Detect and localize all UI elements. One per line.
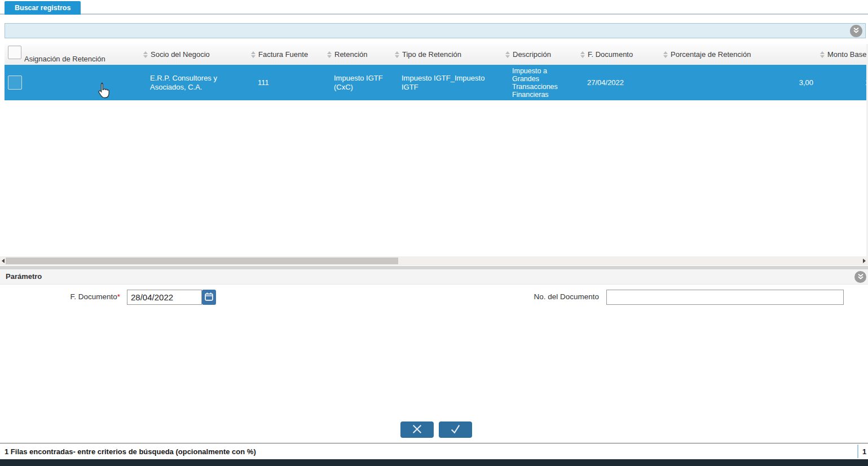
column-header-asignacion-retencion: Asignación de Retención — [5, 44, 140, 65]
cell-text: E.R.P. Consultores y Asociados, C.A. — [150, 74, 244, 92]
quick-filter-bar — [5, 23, 866, 38]
cancel-button[interactable] — [400, 421, 434, 438]
f-documento-input[interactable] — [127, 290, 202, 305]
required-asterisk: * — [117, 292, 120, 301]
column-header-porcentaje-de-retencion[interactable]: Porcentaje de Retención — [660, 44, 817, 65]
column-label: Retención — [334, 50, 368, 59]
no-del-documento-label: No. del Documento — [486, 292, 599, 301]
calendar-picker-button[interactable] — [202, 290, 216, 305]
cell-descripcion: Impuesto a Grandes Transacciones Financi… — [502, 65, 577, 100]
status-bar: 1 Filas encontradas- entre criterios de … — [0, 443, 868, 459]
column-label: Asignación de Retención — [24, 55, 105, 63]
cell-f-documento: 27/04/2022 — [577, 65, 660, 100]
select-all-checkbox[interactable] — [8, 46, 21, 59]
sort-icon — [327, 51, 332, 58]
cell-text: Impuesto a Grandes Transacciones Financi… — [512, 67, 574, 99]
column-header-tipo-de-retencion[interactable]: Tipo de Retención — [391, 44, 502, 65]
sort-icon — [395, 51, 399, 58]
cell-text: Impuesto IGTF_Impuesto IGTF — [402, 74, 499, 92]
scroll-left-arrow-icon[interactable] — [2, 259, 5, 263]
cell-retencion: Impuesto IGTF (CxC) — [324, 65, 391, 100]
cell-porcentaje-de-retencion: 3,00 — [660, 65, 817, 100]
cell-text: 27/04/2022 — [587, 78, 624, 87]
parametro-section-header: Parámetro — [0, 269, 868, 285]
cell-socio-del-negocio: E.R.P. Consultores y Asociados, C.A. — [140, 65, 248, 100]
scrollbar-thumb[interactable] — [6, 258, 398, 264]
label-text: No. del Documento — [534, 292, 599, 301]
column-label: F. Documento — [588, 50, 633, 59]
search-records-dialog: Buscar registros Asignación de Retención… — [0, 0, 868, 466]
f-documento-label: F. Documento* — [0, 292, 120, 301]
cell-text: 3,00 — [799, 78, 813, 87]
confirm-button[interactable] — [439, 421, 472, 438]
cell-factura-fuente: 111 — [248, 65, 324, 100]
status-separator — [857, 445, 858, 458]
collapse-parametro-button[interactable] — [854, 271, 866, 283]
column-label: Factura Fuente — [258, 50, 308, 59]
cell-monto-base: 1 — [817, 65, 866, 100]
calendar-icon — [204, 292, 214, 303]
column-header-factura-fuente[interactable]: Factura Fuente — [248, 44, 324, 65]
tab-bar: Buscar registros — [0, 0, 868, 15]
table-row-selected[interactable]: E.R.P. Consultores y Asociados, C.A. 111… — [5, 65, 866, 100]
collapse-filter-button[interactable] — [850, 25, 862, 37]
column-header-socio-del-negocio[interactable]: Socio del Negocio — [140, 44, 248, 65]
double-chevron-down-icon — [853, 26, 860, 36]
column-header-descripcion[interactable]: Descripción — [502, 44, 577, 65]
cell-text: Impuesto IGTF (CxC) — [334, 74, 388, 92]
checkmark-icon — [450, 423, 461, 437]
cell-asignacion-retencion — [5, 65, 140, 100]
column-label: Monto Base — [827, 50, 866, 59]
results-grid: Asignación de Retención Socio del Negoci… — [5, 44, 866, 256]
column-label: Tipo de Retención — [402, 50, 461, 59]
parametro-title: Parámetro — [6, 272, 42, 281]
sort-icon — [663, 51, 668, 58]
cell-text: 111 — [258, 78, 269, 87]
sort-icon — [251, 51, 255, 58]
column-header-f-documento[interactable]: F. Documento — [577, 44, 660, 65]
column-header-monto-base[interactable]: Monto Base — [817, 44, 866, 65]
sort-icon — [820, 51, 825, 58]
quick-filter-input[interactable] — [5, 24, 848, 38]
sort-icon — [143, 51, 148, 58]
column-label: Descripción — [513, 50, 551, 59]
horizontal-scrollbar[interactable] — [0, 256, 868, 265]
scroll-right-arrow-icon[interactable] — [863, 259, 866, 263]
label-text: F. Documento — [70, 292, 117, 301]
column-header-retencion[interactable]: Retención — [324, 44, 391, 65]
column-label: Socio del Negocio — [151, 50, 210, 59]
row-checkbox[interactable] — [8, 76, 22, 90]
no-del-documento-input[interactable] — [606, 290, 844, 305]
bottom-bar — [0, 459, 868, 466]
cell-tipo-de-retencion: Impuesto IGTF_Impuesto IGTF — [391, 65, 502, 100]
sort-icon — [580, 51, 585, 58]
double-chevron-down-icon — [857, 272, 864, 282]
close-x-icon — [411, 423, 423, 437]
grid-header-row: Asignación de Retención Socio del Negoci… — [5, 44, 866, 65]
page-indicator: 1 — [862, 447, 866, 456]
tab-buscar-registros[interactable]: Buscar registros — [5, 1, 81, 15]
status-message: 1 Filas encontradas- entre criterios de … — [5, 447, 256, 456]
column-label: Porcentaje de Retención — [671, 50, 751, 59]
sort-icon — [505, 51, 510, 58]
